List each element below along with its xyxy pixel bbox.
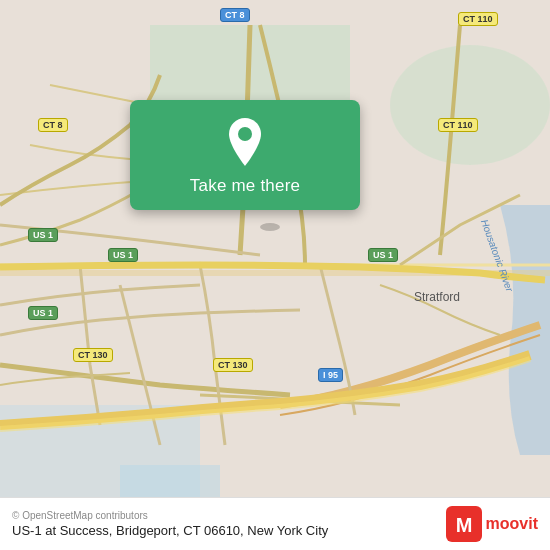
moovit-icon: M	[446, 506, 482, 542]
svg-point-5	[238, 127, 252, 141]
road-label-ct130-left: CT 130	[73, 348, 113, 362]
moovit-logo: M moovit	[446, 506, 538, 542]
road-label-ct8-left: CT 8	[38, 118, 68, 132]
bottom-left: © OpenStreetMap contributors US-1 at Suc…	[12, 510, 328, 538]
map-container: CT 8 CT 8 CT 110 CT 110 US 1 US 1 US 1 1…	[0, 0, 550, 550]
road-label-i95: I 95	[318, 368, 343, 382]
road-label-us1-mid-right: US 1	[368, 248, 398, 262]
location-pin-icon	[225, 118, 265, 166]
map-roads	[0, 0, 550, 550]
stratford-label: Stratford	[414, 290, 460, 304]
road-label-ct130-mid: CT 130	[213, 358, 253, 372]
road-label-us1-bottom: US 1	[28, 306, 58, 320]
take-me-there-button[interactable]: Take me there	[190, 176, 300, 196]
moovit-text: moovit	[486, 515, 538, 533]
osm-attribution: © OpenStreetMap contributors	[12, 510, 328, 521]
road-label-us1-mid-left: US 1	[108, 248, 138, 262]
road-label-ct110-right: CT 110	[438, 118, 478, 132]
road-label-us1-left: US 1	[28, 228, 58, 242]
svg-point-1	[390, 45, 550, 165]
road-label-ct8-top: CT 8	[220, 8, 250, 22]
location-text: US-1 at Success, Bridgeport, CT 06610, N…	[12, 523, 328, 538]
bottom-bar: © OpenStreetMap contributors US-1 at Suc…	[0, 497, 550, 550]
svg-text:M: M	[455, 514, 472, 536]
road-label-ct110-top: CT 110	[458, 12, 498, 26]
location-card: Take me there	[130, 100, 360, 210]
svg-point-4	[260, 223, 280, 231]
